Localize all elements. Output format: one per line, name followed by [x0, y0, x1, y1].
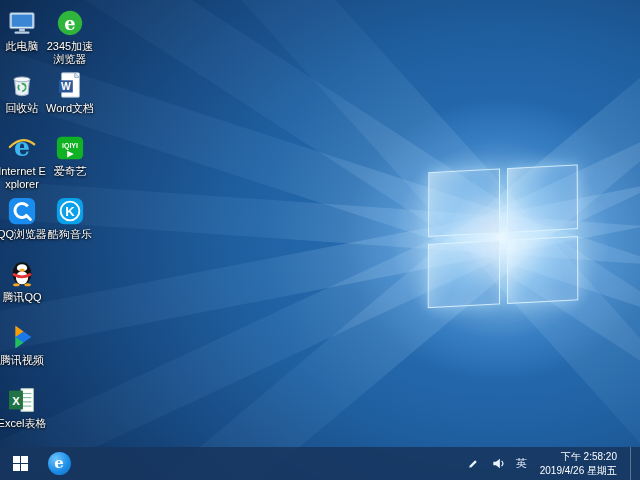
qq-penguin-icon — [7, 259, 37, 289]
desktop-icon-recycle-bin[interactable]: 回收站 — [0, 70, 46, 115]
svg-text:e: e — [64, 13, 75, 34]
svg-text:K: K — [65, 204, 75, 219]
system-tray: 英 下午 2:58:20 2019/4/26 星期五 — [466, 447, 640, 480]
taskbar-clock[interactable]: 下午 2:58:20 2019/4/26 星期五 — [536, 450, 621, 477]
taskbar-browser-button[interactable]: e — [40, 447, 78, 480]
desktop-icon-qq-browser[interactable]: QQ浏览器 — [0, 196, 46, 241]
browser-e-icon: e — [48, 452, 71, 475]
iqiyi-icon: iQIYI — [55, 133, 85, 163]
internet-explorer-icon: e — [7, 133, 37, 163]
desktop-icon-iqiyi[interactable]: iQIYI 爱奇艺 — [46, 133, 94, 178]
svg-text:W: W — [61, 81, 71, 92]
taskbar: e 英 下午 2:58:20 2019/4/26 星期五 — [0, 447, 640, 480]
excel-icon: X — [7, 385, 37, 415]
icon-label: 此电脑 — [0, 40, 48, 53]
ime-indicator[interactable]: 英 — [516, 447, 527, 480]
vignette — [0, 0, 640, 480]
pen-icon[interactable] — [466, 447, 482, 480]
icon-label: Excel表格 — [0, 417, 48, 430]
tencent-video-icon — [7, 322, 37, 352]
icon-label: Internet Explorer — [0, 165, 48, 190]
icon-label: 腾讯视频 — [0, 354, 48, 367]
windows-desktop: 此电脑 e 2345加速浏览器 回收站 W Word文档 e — [0, 0, 640, 480]
start-button[interactable] — [0, 447, 40, 480]
desktop-icon-tencent-video[interactable]: 腾讯视频 — [0, 322, 46, 367]
icon-label: Word文档 — [44, 102, 96, 115]
desktop-icon-excel[interactable]: X Excel表格 — [0, 385, 46, 430]
2345-browser-icon: e — [55, 8, 85, 38]
this-pc-icon — [7, 8, 37, 38]
clock-time: 下午 2:58:20 — [540, 450, 617, 464]
icon-label: 爱奇艺 — [44, 165, 96, 178]
desktop-icon-word[interactable]: W Word文档 — [46, 70, 94, 115]
qq-browser-icon — [7, 196, 37, 226]
icon-label: QQ浏览器 — [0, 228, 48, 241]
recycle-bin-icon — [7, 70, 37, 100]
desktop-icon-2345-browser[interactable]: e 2345加速浏览器 — [46, 8, 94, 65]
word-icon: W — [55, 70, 85, 100]
icon-label: 腾讯QQ — [0, 291, 48, 304]
svg-text:X: X — [12, 395, 20, 407]
desktop-icon-this-pc[interactable]: 此电脑 — [0, 8, 46, 53]
windows-logo-icon — [13, 456, 28, 471]
desktop-icon-internet-explorer[interactable]: e Internet Explorer — [0, 133, 46, 190]
icon-label: 回收站 — [0, 102, 48, 115]
volume-icon[interactable] — [491, 447, 507, 480]
clock-date: 2019/4/26 星期五 — [540, 464, 617, 478]
show-desktop-button[interactable] — [630, 447, 636, 480]
svg-text:iQIYI: iQIYI — [62, 142, 78, 150]
kugou-music-icon: K — [55, 196, 85, 226]
desktop-wallpaper — [0, 0, 640, 480]
svg-text:e: e — [14, 133, 30, 162]
desktop-icon-kugou[interactable]: K 酷狗音乐 — [46, 196, 94, 241]
icon-label: 2345加速浏览器 — [44, 40, 96, 65]
desktop-icon-tencent-qq[interactable]: 腾讯QQ — [0, 259, 46, 304]
icon-label: 酷狗音乐 — [44, 228, 96, 241]
